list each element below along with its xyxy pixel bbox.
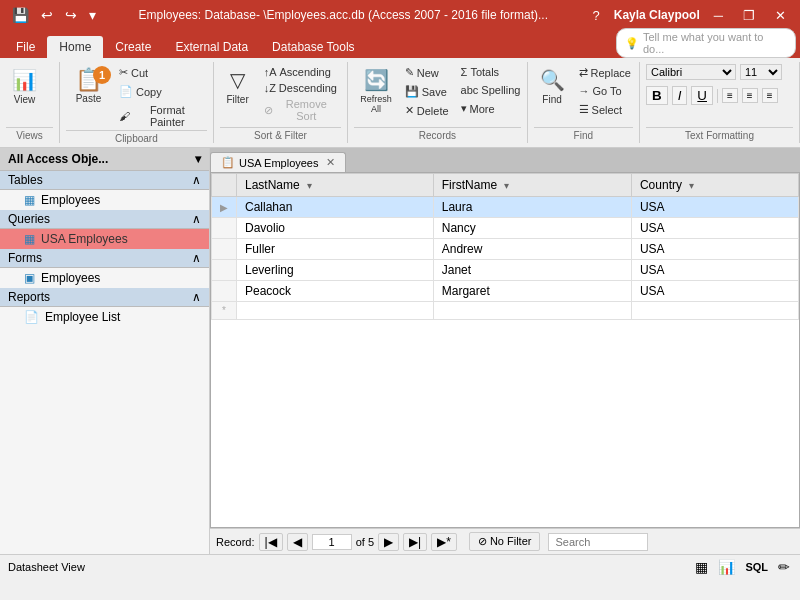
view-button[interactable]: 📊 View <box>6 64 43 109</box>
nav-header[interactable]: All Access Obje... ▾ <box>0 148 209 171</box>
reports-collapse-icon: ∧ <box>192 290 201 304</box>
cell-lastname[interactable]: Leverling <box>237 260 434 281</box>
nav-section-forms[interactable]: Forms ∧ <box>0 249 209 268</box>
col-header-firstname[interactable]: FirstName ▾ <box>433 174 631 197</box>
nav-section-reports[interactable]: Reports ∧ <box>0 288 209 307</box>
help-button[interactable]: ? <box>587 6 606 25</box>
align-left-button[interactable]: ≡ <box>722 88 738 103</box>
select-button[interactable]: ☰ Select <box>574 101 636 118</box>
cell-lastname[interactable]: Peacock <box>237 281 434 302</box>
underline-button[interactable]: U <box>691 86 713 105</box>
cell-firstname[interactable]: Margaret <box>433 281 631 302</box>
find-button[interactable]: 🔍 Find <box>534 64 571 109</box>
nav-item-employee-list-report[interactable]: 📄 Employee List <box>0 307 209 327</box>
save-qa-button[interactable]: 💾 <box>8 5 33 25</box>
nav-section-tables[interactable]: Tables ∧ <box>0 171 209 190</box>
nav-item-employees-table[interactable]: ▦ Employees <box>0 190 209 210</box>
new-cell-lastname[interactable] <box>237 302 434 320</box>
tell-me-box[interactable]: 💡 Tell me what you want to do... <box>616 28 796 58</box>
record-number-input[interactable] <box>312 534 352 550</box>
col-header-country[interactable]: Country ▾ <box>631 174 798 197</box>
undo-qa-button[interactable]: ↩ <box>37 5 57 25</box>
ascending-button[interactable]: ↑A Ascending <box>259 64 342 80</box>
nav-section-queries[interactable]: Queries ∧ <box>0 210 209 229</box>
delete-record-button[interactable]: ✕ Delete <box>400 102 454 119</box>
remove-sort-button[interactable]: ⊘ Remove Sort <box>259 96 342 124</box>
nav-item-usa-employees-query[interactable]: ▦ USA Employees <box>0 229 209 249</box>
redo-qa-button[interactable]: ↪ <box>61 5 81 25</box>
table-row[interactable]: ▶ Callahan Laura USA <box>212 197 799 218</box>
cell-country[interactable]: USA <box>631 197 798 218</box>
nav-item-employees-form[interactable]: ▣ Employees <box>0 268 209 288</box>
table-row[interactable]: Fuller Andrew USA <box>212 239 799 260</box>
nav-menu-icon[interactable]: ▾ <box>195 152 201 166</box>
new-record-row[interactable]: * <box>212 302 799 320</box>
cell-country[interactable]: USA <box>631 260 798 281</box>
cell-country[interactable]: USA <box>631 218 798 239</box>
design-view-button[interactable]: ✏ <box>776 557 792 577</box>
align-center-button[interactable]: ≡ <box>742 88 758 103</box>
last-record-button[interactable]: ▶| <box>403 533 427 551</box>
no-filter-button[interactable]: ⊘ No Filter <box>469 532 541 551</box>
prev-record-button[interactable]: ◀ <box>287 533 308 551</box>
minimize-button[interactable]: ─ <box>708 6 729 25</box>
new-record-button[interactable]: ✎ New <box>400 64 454 81</box>
restore-button[interactable]: ❐ <box>737 6 761 25</box>
sort-buttons: ↑A Ascending ↓Z Descending ⊘ Remove Sort <box>259 64 342 124</box>
customize-qa-button[interactable]: ▾ <box>85 5 100 25</box>
new-cell-firstname[interactable] <box>433 302 631 320</box>
col-header-lastname[interactable]: LastName ▾ <box>237 174 434 197</box>
sql-view-button[interactable]: SQL <box>743 559 770 575</box>
copy-button[interactable]: 📄 Copy <box>114 83 207 100</box>
tab-file[interactable]: File <box>4 36 47 58</box>
datasheet-view-button[interactable]: ▦ <box>693 557 710 577</box>
close-button[interactable]: ✕ <box>769 6 792 25</box>
country-sort-arrow: ▾ <box>689 180 694 191</box>
new-record-nav-button[interactable]: ▶* <box>431 533 457 551</box>
cell-lastname[interactable]: Fuller <box>237 239 434 260</box>
table-row[interactable]: Davolio Nancy USA <box>212 218 799 239</box>
cell-firstname[interactable]: Laura <box>433 197 631 218</box>
cell-country[interactable]: USA <box>631 239 798 260</box>
table-row[interactable]: Peacock Margaret USA <box>212 281 799 302</box>
cell-firstname[interactable]: Andrew <box>433 239 631 260</box>
table-row[interactable]: Leverling Janet USA <box>212 260 799 281</box>
italic-button[interactable]: I <box>672 86 688 105</box>
tab-home[interactable]: Home <box>47 36 103 58</box>
bold-button[interactable]: B <box>646 86 668 105</box>
align-right-button[interactable]: ≡ <box>762 88 778 103</box>
filter-button[interactable]: ▽ Filter <box>220 64 256 109</box>
tab-database-tools[interactable]: Database Tools <box>260 36 367 58</box>
goto-button[interactable]: → Go To <box>574 83 636 99</box>
cut-button[interactable]: ✂ Cut <box>114 64 207 81</box>
refresh-button[interactable]: 🔄 Refresh All <box>354 64 398 118</box>
grid-container[interactable]: LastName ▾ FirstName ▾ Country ▾ <box>210 172 800 528</box>
search-input[interactable] <box>548 533 648 551</box>
new-cell-country[interactable] <box>631 302 798 320</box>
cell-country[interactable]: USA <box>631 281 798 302</box>
pivot-table-view-button[interactable]: 📊 <box>716 557 737 577</box>
new-icon: ✎ <box>405 66 414 79</box>
format-painter-button[interactable]: 🖌 Format Painter <box>114 102 207 130</box>
more-records-button[interactable]: ▾ More <box>456 100 526 117</box>
cell-firstname[interactable]: Nancy <box>433 218 631 239</box>
doc-tab-usa-employees[interactable]: 📋 USA Employees ✕ <box>210 152 346 172</box>
save-record-button[interactable]: 💾 Save <box>400 83 454 100</box>
cell-firstname[interactable]: Janet <box>433 260 631 281</box>
next-record-button[interactable]: ▶ <box>378 533 399 551</box>
fontsize-select[interactable]: 11 <box>740 64 782 80</box>
replace-button[interactable]: ⇄ Replace <box>574 64 636 81</box>
cell-lastname[interactable]: Callahan <box>237 197 434 218</box>
cell-lastname[interactable]: Davolio <box>237 218 434 239</box>
descending-button[interactable]: ↓Z Descending <box>259 80 342 96</box>
spelling-button[interactable]: abc Spelling <box>456 82 526 98</box>
format-row: B I U ≡ ≡ ≡ <box>646 86 778 105</box>
tab-external-data[interactable]: External Data <box>163 36 260 58</box>
font-select[interactable]: Calibri <box>646 64 736 80</box>
totals-button[interactable]: Σ Totals <box>456 64 526 80</box>
record-nav-label: Record: <box>216 536 255 548</box>
tab-create[interactable]: Create <box>103 36 163 58</box>
record-of-label: of 5 <box>356 536 374 548</box>
doc-tab-close-button[interactable]: ✕ <box>326 156 335 169</box>
first-record-button[interactable]: |◀ <box>259 533 283 551</box>
